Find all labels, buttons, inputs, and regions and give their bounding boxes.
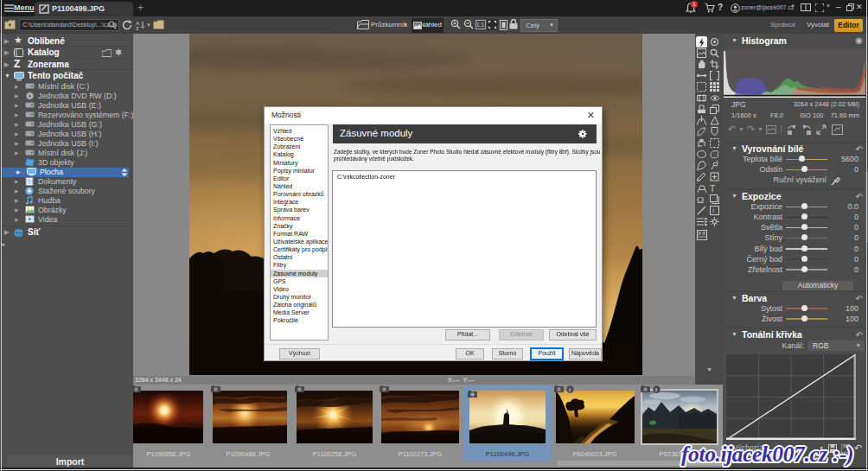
svg-text:i: i: [655, 386, 657, 393]
svg-text:Z: Z: [136, 26, 139, 31]
svg-text:i: i: [569, 386, 571, 393]
svg-text:Ω: Ω: [697, 194, 704, 205]
svg-text:1:1: 1:1: [476, 22, 484, 28]
svg-text:8: 8: [699, 231, 702, 236]
svg-text:8: 8: [703, 231, 706, 236]
svg-text:!: !: [712, 207, 714, 215]
svg-text:T: T: [710, 184, 715, 194]
